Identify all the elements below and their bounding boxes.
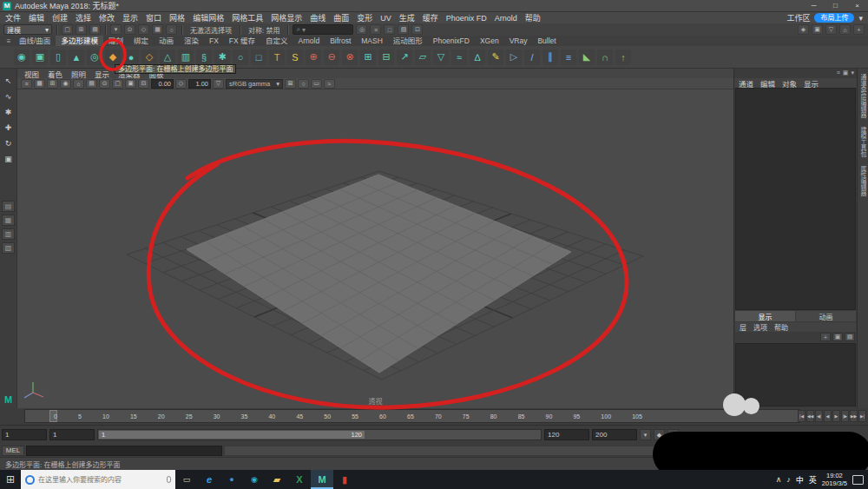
film-gate-icon[interactable]: ▭: [311, 79, 322, 89]
tab-arnold[interactable]: Arnold: [293, 36, 326, 46]
volume-icon[interactable]: ♪: [786, 475, 791, 484]
select-hierarchy-icon[interactable]: ◇: [138, 24, 149, 35]
range-slider[interactable]: 1 120: [97, 429, 542, 440]
tab-bifrost[interactable]: Bifrost: [325, 36, 356, 46]
shelf-extrude-icon[interactable]: ↑: [615, 50, 631, 65]
channel-box-list[interactable]: [735, 88, 856, 310]
save-scene-icon[interactable]: ▤: [89, 24, 101, 35]
menu-mesh-display[interactable]: 网格显示: [271, 12, 302, 23]
isolate-select-icon[interactable]: ⊠: [285, 79, 296, 89]
new-scene-icon[interactable]: ▢: [62, 24, 73, 35]
layout-four-pane-button[interactable]: ▦: [2, 215, 15, 226]
tray-chevron-icon[interactable]: ∧: [776, 475, 782, 484]
layer-options-menu[interactable]: 选项: [753, 322, 767, 332]
close-button[interactable]: ×: [846, 0, 868, 11]
bookmarks-icon[interactable]: ◉: [60, 79, 71, 89]
channel-edit-menu[interactable]: 编辑: [760, 78, 775, 89]
undo-icon[interactable]: ▾: [110, 24, 122, 35]
menu-mesh-tools[interactable]: 网格工具: [232, 12, 263, 23]
menu-modify[interactable]: 修改: [99, 12, 115, 23]
shelf-menu-icon[interactable]: ≡: [3, 36, 14, 46]
move-tool[interactable]: ✚: [2, 121, 16, 134]
tab-rigging[interactable]: 绑定: [128, 36, 154, 46]
image-plane-icon[interactable]: ☼: [73, 79, 84, 89]
tab-mash[interactable]: MASH: [356, 36, 388, 46]
divider[interactable]: [105, 25, 106, 35]
snap-point-icon[interactable]: □: [384, 24, 395, 35]
tab-poly-modeling[interactable]: 多边形建模: [56, 36, 103, 46]
taskbar-search[interactable]: [21, 470, 175, 489]
view-transform-dropdown[interactable]: sRGB gamma ▾: [226, 79, 283, 89]
menu-curves[interactable]: 曲线: [310, 12, 326, 23]
start-button[interactable]: ⊞: [0, 470, 21, 489]
shelf-quad-draw-icon[interactable]: ▷: [506, 50, 522, 65]
shelf-separate-icon[interactable]: ⊟: [378, 50, 394, 65]
menu-cache[interactable]: 缓存: [423, 12, 438, 23]
shelf-polygon-sphere-icon[interactable]: ◉: [14, 50, 30, 65]
menu-set-selector[interactable]: 建模 ▾: [3, 24, 52, 35]
layers-menu[interactable]: 层: [740, 322, 746, 332]
excel-icon[interactable]: X: [288, 470, 311, 489]
lighting-icon[interactable]: ▣: [125, 79, 136, 89]
step-forward-key-button[interactable]: |▶: [841, 410, 849, 422]
tab-curves-surfaces[interactable]: 曲线/曲面: [14, 36, 56, 46]
layer-list[interactable]: [735, 343, 856, 406]
channel-object-menu[interactable]: 对象: [782, 78, 797, 89]
maya-taskbar-icon[interactable]: M: [311, 470, 333, 489]
menu-uv[interactable]: UV: [380, 14, 391, 23]
lock-camera-icon[interactable]: ▦: [34, 79, 45, 89]
browser-icon[interactable]: ●: [220, 470, 243, 489]
snap-plane-icon[interactable]: ▧: [398, 24, 409, 35]
shelf-reduce-icon[interactable]: ▽: [433, 50, 449, 65]
play-backwards-button[interactable]: ◀: [824, 410, 832, 422]
exposure-field[interactable]: [151, 79, 174, 89]
paint-select-tool[interactable]: ✱: [2, 105, 16, 118]
layout-hypershade-button[interactable]: ▧: [2, 242, 15, 254]
menu-windows[interactable]: 窗口: [146, 12, 161, 23]
animation-end-field[interactable]: [592, 429, 637, 440]
channels-menu[interactable]: 通道: [739, 78, 753, 89]
panel-menu-lighting[interactable]: 照明: [71, 69, 86, 79]
divider[interactable]: [240, 25, 240, 35]
render-icon[interactable]: ◈: [798, 24, 809, 35]
play-forwards-button[interactable]: ▶: [832, 410, 840, 422]
minimize-button[interactable]: ─: [803, 0, 825, 11]
shelf-boolean-intersection-icon[interactable]: ⊗: [342, 50, 358, 65]
mel-command-input[interactable]: [26, 446, 222, 456]
scene-view[interactable]: [17, 89, 733, 408]
character-set-menu-icon[interactable]: ▾: [640, 429, 651, 440]
shelf-sculpt-tool-icon[interactable]: ✎: [488, 50, 503, 65]
symmetry-status-label[interactable]: 对称: 禁用: [248, 25, 279, 35]
textured-icon[interactable]: ▢: [112, 79, 123, 89]
lasso-tool[interactable]: ∿: [2, 89, 16, 102]
tab-sculpting[interactable]: 雕刻: [103, 36, 128, 46]
shelf-fill-hole-icon[interactable]: ▱: [415, 50, 431, 65]
snap-curve-icon[interactable]: ≡: [370, 24, 381, 35]
shelf-polygon-disc-icon[interactable]: ●: [123, 50, 139, 65]
shelf-offset-edge-loop-icon[interactable]: ≡: [561, 50, 576, 65]
app-icon-red[interactable]: ▮: [333, 470, 356, 489]
shelf-polygon-plane-icon[interactable]: ◆: [105, 50, 121, 65]
action-center-icon[interactable]: [852, 475, 864, 485]
menu-generate[interactable]: 生成: [399, 12, 415, 23]
tab-animation[interactable]: 动画: [154, 36, 179, 46]
resolution-gate-icon[interactable]: ≈: [324, 79, 335, 89]
menu-arnold[interactable]: Arnold: [495, 14, 517, 23]
edge-browser-icon[interactable]: e: [198, 470, 220, 489]
menu-edit-mesh[interactable]: 编辑网格: [193, 12, 224, 23]
shelf-polygon-torus-icon[interactable]: ◎: [87, 50, 102, 65]
channel-collapse-icon[interactable]: ▾: [851, 69, 854, 77]
ime-cn-indicator[interactable]: 中: [796, 474, 804, 486]
camera-attributes-icon[interactable]: ⊞: [47, 79, 58, 89]
divider[interactable]: [181, 25, 182, 35]
layer-list-options-icon[interactable]: ▤: [845, 333, 855, 341]
step-back-frame-button[interactable]: ◀◀: [806, 410, 814, 422]
open-scene-icon[interactable]: ⊞: [76, 24, 87, 35]
make-live-icon[interactable]: ⊡: [411, 24, 423, 35]
select-tool[interactable]: ↖: [2, 74, 16, 87]
layer-help-menu[interactable]: 帮助: [774, 322, 788, 332]
layout-upload-badge[interactable]: 布局上传: [814, 13, 854, 23]
time-slider[interactable]: 0 5 10 15 20 25 30 35 40 45 50 55 60 65 …: [24, 409, 800, 423]
shelf-type-tool-icon[interactable]: T: [269, 50, 285, 65]
select-camera-icon[interactable]: ≡: [21, 79, 32, 89]
